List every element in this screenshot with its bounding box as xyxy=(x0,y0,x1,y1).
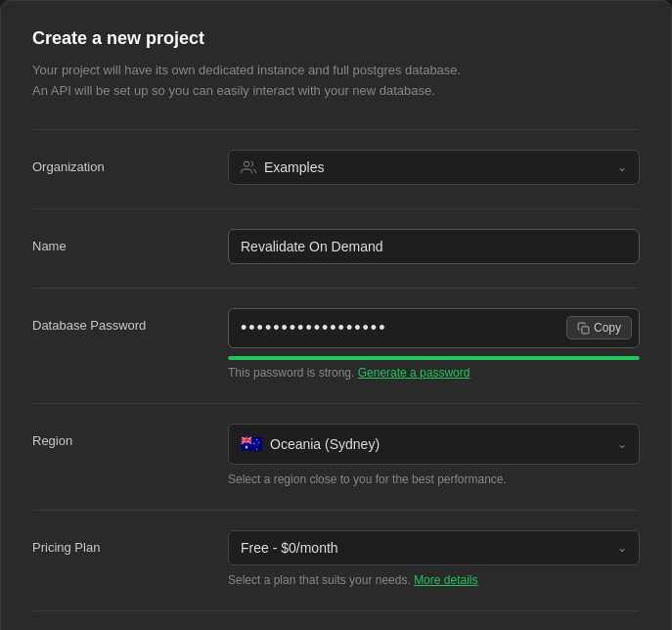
password-label: Database Password xyxy=(32,308,228,333)
password-hint: This password is strong. Generate a pass… xyxy=(228,366,640,380)
region-hint: Select a region close to you for the bes… xyxy=(228,472,640,486)
pricing-hint: Select a plan that suits your needs. Mor… xyxy=(228,573,640,587)
pricing-select[interactable]: Free - $0/month ⌄ xyxy=(228,530,640,565)
name-label: Name xyxy=(32,229,228,253)
password-control: Copy This password is strong. Generate a… xyxy=(228,308,640,380)
more-details-link[interactable]: More details xyxy=(414,573,477,587)
region-flag: 🇦🇺 xyxy=(241,433,262,455)
pricing-row: Pricing Plan Free - $0/month ⌄ Select a … xyxy=(32,510,640,587)
region-control: 🇦🇺 Oceania (Sydney) ⌄ Select a region cl… xyxy=(228,424,640,486)
create-project-dialog: Create a new project Your project will h… xyxy=(0,0,672,630)
name-control xyxy=(228,229,640,264)
region-select[interactable]: 🇦🇺 Oceania (Sydney) ⌄ xyxy=(228,424,640,465)
name-row: Name xyxy=(32,208,640,264)
dialog-title: Create a new project xyxy=(32,28,640,49)
organization-label: Organization xyxy=(32,150,228,174)
copy-icon xyxy=(577,322,590,335)
organization-control: Examples ⌄ xyxy=(228,150,640,185)
strength-bar xyxy=(228,356,640,360)
chevron-down-icon: ⌄ xyxy=(617,541,627,555)
dialog-footer: Cancel You can rename your project later… xyxy=(32,610,640,630)
password-row: Database Password Copy This password is … xyxy=(32,288,640,380)
password-wrapper: Copy xyxy=(228,308,640,348)
users-icon xyxy=(241,159,256,175)
svg-point-0 xyxy=(244,161,248,166)
name-input[interactable] xyxy=(228,229,640,264)
copy-label: Copy xyxy=(594,321,621,335)
chevron-down-icon: ⌄ xyxy=(617,160,627,174)
pricing-label: Pricing Plan xyxy=(32,530,228,555)
chevron-down-icon: ⌄ xyxy=(617,437,627,451)
organization-value: Examples xyxy=(264,159,324,175)
copy-button[interactable]: Copy xyxy=(566,316,632,339)
pricing-value: Free - $0/month xyxy=(241,540,338,556)
region-label: Region xyxy=(32,424,228,448)
region-row: Region 🇦🇺 Oceania (Sydney) ⌄ Select a re… xyxy=(32,403,640,486)
svg-rect-1 xyxy=(582,326,589,333)
organization-select[interactable]: Examples ⌄ xyxy=(228,150,640,185)
pricing-control: Free - $0/month ⌄ Select a plan that sui… xyxy=(228,530,640,587)
generate-password-link[interactable]: Generate a password xyxy=(358,366,470,380)
region-value: Oceania (Sydney) xyxy=(270,436,380,452)
strength-fill xyxy=(228,356,640,360)
dialog-subtitle: Your project will have its own dedicated… xyxy=(32,61,640,102)
organization-row: Organization Examples ⌄ xyxy=(32,129,640,185)
